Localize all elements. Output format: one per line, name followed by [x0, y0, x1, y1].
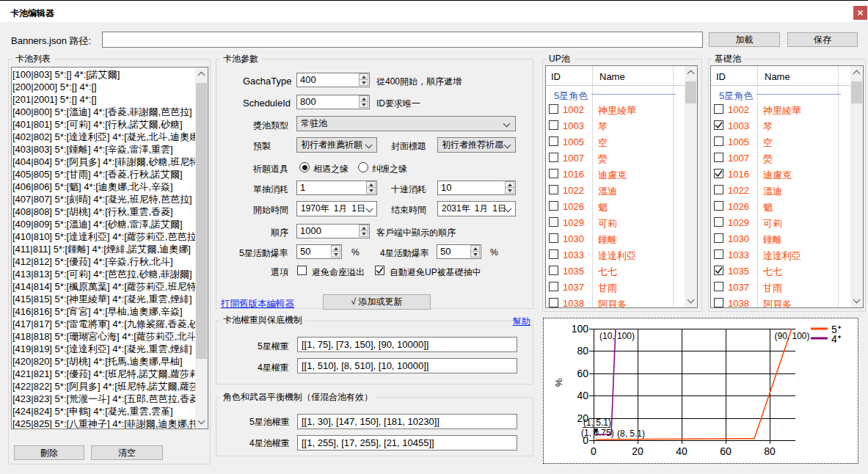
svg-text:(10, 100): (10, 100)	[599, 331, 635, 341]
svg-text:100: 100	[572, 323, 589, 335]
svg-text:60: 60	[577, 368, 588, 379]
svg-text:4✦: 4✦	[831, 333, 842, 345]
svg-text:(90, 100): (90, 100)	[775, 331, 810, 341]
svg-text:40: 40	[676, 445, 688, 457]
svg-text:60: 60	[720, 445, 732, 457]
svg-text:80: 80	[577, 345, 588, 357]
svg-text:20: 20	[632, 445, 643, 457]
svg-text:0: 0	[591, 445, 597, 457]
svg-text:(8, 5.1): (8, 5.1)	[617, 429, 645, 439]
svg-text:%: %	[553, 378, 564, 387]
svg-text:40: 40	[577, 390, 588, 401]
svg-text:80: 80	[764, 445, 776, 457]
svg-text:(1, 5.1): (1, 5.1)	[583, 418, 611, 428]
